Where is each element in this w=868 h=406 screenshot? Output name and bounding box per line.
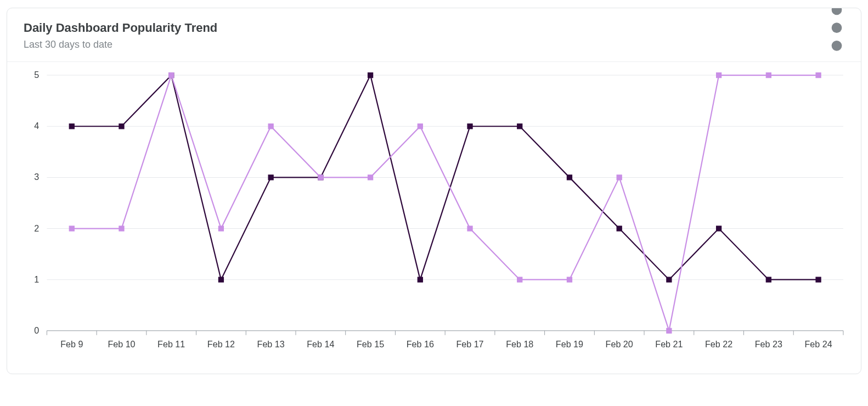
svg-point-1 xyxy=(832,23,842,33)
x-tick-label: Feb 11 xyxy=(157,339,185,349)
data-point xyxy=(717,226,722,231)
chart-title: Daily Dashboard Popularity Trend xyxy=(24,20,217,36)
x-tick-label: Feb 21 xyxy=(655,339,683,349)
x-tick-label: Feb 23 xyxy=(755,339,782,349)
y-tick-label: 4 xyxy=(34,121,39,131)
data-point xyxy=(69,124,74,129)
svg-point-2 xyxy=(832,41,842,51)
data-point xyxy=(567,175,572,180)
y-tick-label: 0 xyxy=(34,325,39,335)
data-point xyxy=(318,175,323,180)
data-point xyxy=(368,175,373,180)
data-point xyxy=(766,277,771,282)
x-tick-label: Feb 17 xyxy=(456,339,483,349)
card-header: Daily Dashboard Popularity Trend Last 30… xyxy=(7,8,861,62)
data-point xyxy=(816,277,821,282)
data-point xyxy=(119,226,124,231)
x-tick-label: Feb 14 xyxy=(307,339,334,349)
data-point xyxy=(467,226,472,231)
x-tick-label: Feb 9 xyxy=(60,339,83,349)
y-tick-label: 2 xyxy=(34,223,39,233)
chart-area: 012345Feb 9Feb 10Feb 11Feb 12Feb 13Feb 1… xyxy=(7,62,861,374)
x-tick-label: Feb 16 xyxy=(407,339,434,349)
data-point xyxy=(766,73,771,78)
x-tick-label: Feb 12 xyxy=(207,339,235,349)
x-tick-label: Feb 22 xyxy=(705,339,732,349)
y-tick-label: 5 xyxy=(34,70,39,80)
chart-subtitle: Last 30 days to date xyxy=(24,39,217,51)
data-point xyxy=(268,175,273,180)
x-tick-label: Feb 15 xyxy=(357,339,384,349)
title-block: Daily Dashboard Popularity Trend Last 30… xyxy=(24,20,217,50)
data-point xyxy=(517,124,522,129)
y-tick-label: 3 xyxy=(34,172,39,182)
x-tick-label: Feb 10 xyxy=(108,339,135,349)
data-point xyxy=(717,73,722,78)
line-chart: 012345Feb 9Feb 10Feb 11Feb 12Feb 13Feb 1… xyxy=(19,67,849,360)
svg-point-0 xyxy=(832,8,842,15)
data-point xyxy=(517,277,522,282)
more-options-button[interactable] xyxy=(829,20,844,36)
data-point xyxy=(617,175,622,180)
data-point xyxy=(667,277,672,282)
x-tick-label: Feb 18 xyxy=(506,339,533,349)
x-tick-label: Feb 24 xyxy=(804,339,832,349)
x-tick-label: Feb 19 xyxy=(556,339,583,349)
data-point xyxy=(268,124,273,129)
data-point xyxy=(218,277,223,282)
kebab-icon xyxy=(829,8,844,54)
data-point xyxy=(467,124,472,129)
data-point xyxy=(567,277,572,282)
chart-card: Daily Dashboard Popularity Trend Last 30… xyxy=(7,8,861,374)
data-point xyxy=(368,73,373,78)
data-point xyxy=(119,124,124,129)
data-point xyxy=(69,226,74,231)
data-point xyxy=(617,226,622,231)
x-tick-label: Feb 20 xyxy=(606,339,633,349)
data-point xyxy=(816,73,821,78)
data-point xyxy=(218,226,223,231)
x-tick-label: Feb 13 xyxy=(257,339,285,349)
data-point xyxy=(169,73,174,78)
data-point xyxy=(667,328,672,333)
data-point xyxy=(418,277,422,282)
data-point xyxy=(418,124,422,129)
y-tick-label: 1 xyxy=(34,274,39,284)
